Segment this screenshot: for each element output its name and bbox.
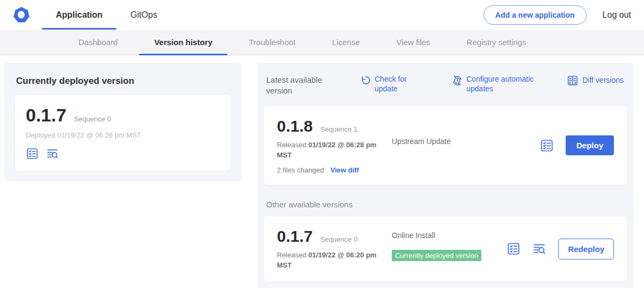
deployed-timestamp: Deployed 01/19/22 @ 06:26 pm MST bbox=[26, 131, 220, 139]
latest-sequence-label: Sequence 1 bbox=[320, 125, 357, 133]
redeploy-button[interactable]: Redeploy bbox=[558, 239, 614, 260]
diff-versions-link[interactable]: Diff versions bbox=[567, 75, 624, 87]
other-sequence-label: Sequence 0 bbox=[320, 235, 357, 243]
view-logs-icon[interactable] bbox=[46, 147, 59, 160]
preflight-checks-icon[interactable] bbox=[26, 147, 39, 160]
logout-link[interactable]: Log out bbox=[603, 10, 631, 20]
refresh-icon bbox=[361, 75, 371, 85]
add-application-button[interactable]: Add a new application bbox=[484, 5, 587, 25]
other-source-label: Online Install bbox=[392, 231, 435, 240]
view-logs-icon[interactable] bbox=[532, 242, 546, 256]
subnav-troubleshoot[interactable]: Troubleshoot bbox=[231, 30, 314, 55]
content-area: Currently deployed version 0.1.7 Sequenc… bbox=[0, 55, 644, 288]
files-changed-label: 2 files changed bbox=[277, 166, 324, 174]
view-diff-link[interactable]: View diff bbox=[330, 166, 358, 174]
available-versions-panel: Latest available version Check for updat… bbox=[258, 63, 633, 288]
diff-versions-icon bbox=[567, 75, 579, 87]
latest-version-number: 0.1.8 bbox=[277, 117, 313, 135]
subnav-license[interactable]: License bbox=[314, 30, 378, 55]
subnav-view-files[interactable]: View files bbox=[378, 30, 448, 55]
topnav-tabs: Application GitOps bbox=[42, 0, 171, 30]
available-versions-header: Latest available version Check for updat… bbox=[264, 73, 627, 97]
top-nav: Application GitOps Add a new application… bbox=[0, 0, 644, 30]
configure-automatic-updates-link[interactable]: Configure automatic updates bbox=[452, 75, 547, 93]
other-versions-heading: Other available versions bbox=[266, 200, 625, 209]
subnav-registry-settings[interactable]: Registry settings bbox=[449, 30, 545, 55]
automatic-updates-icon bbox=[452, 75, 463, 86]
other-released-timestamp: Released 01/19/22 @ 06:20 pm MST bbox=[277, 250, 387, 271]
subnav-dashboard[interactable]: Dashboard bbox=[60, 30, 136, 55]
subnav-version-history[interactable]: Version history bbox=[136, 30, 230, 55]
currently-deployed-title: Currently deployed version bbox=[16, 76, 231, 87]
latest-released-timestamp: Released 01/19/22 @ 06:28 pm MST bbox=[277, 140, 387, 161]
preflight-checks-icon[interactable] bbox=[540, 139, 554, 153]
latest-available-title: Latest available version bbox=[266, 75, 337, 97]
deploy-button[interactable]: Deploy bbox=[566, 135, 614, 155]
other-version-card: 0.1.7 Sequence 0 Released 01/19/22 @ 06:… bbox=[264, 217, 627, 282]
preflight-checks-icon[interactable] bbox=[507, 242, 521, 256]
app-logo-icon bbox=[12, 5, 31, 25]
app-logo[interactable] bbox=[12, 0, 31, 30]
tab-application[interactable]: Application bbox=[42, 0, 116, 30]
deployed-version-card: 0.1.7 Sequence 0 Deployed 01/19/22 @ 06:… bbox=[15, 95, 231, 171]
currently-deployed-panel: Currently deployed version 0.1.7 Sequenc… bbox=[4, 63, 241, 182]
app-sub-nav: Dashboard Version history Troubleshoot L… bbox=[0, 30, 644, 55]
latest-version-card: 0.1.8 Sequence 1 Released 01/19/22 @ 06:… bbox=[264, 106, 627, 185]
tab-gitops[interactable]: GitOps bbox=[116, 0, 171, 30]
other-version-number: 0.1.7 bbox=[277, 227, 313, 246]
currently-deployed-badge: Currently deployed version bbox=[392, 250, 481, 261]
latest-source-label: Upstream Update bbox=[392, 137, 451, 146]
deployed-sequence-label: Sequence 0 bbox=[74, 115, 111, 123]
check-for-update-link[interactable]: Check for update bbox=[361, 75, 416, 93]
deployed-version-number: 0.1.7 bbox=[26, 105, 67, 126]
topnav-right: Add a new application Log out bbox=[484, 0, 631, 30]
